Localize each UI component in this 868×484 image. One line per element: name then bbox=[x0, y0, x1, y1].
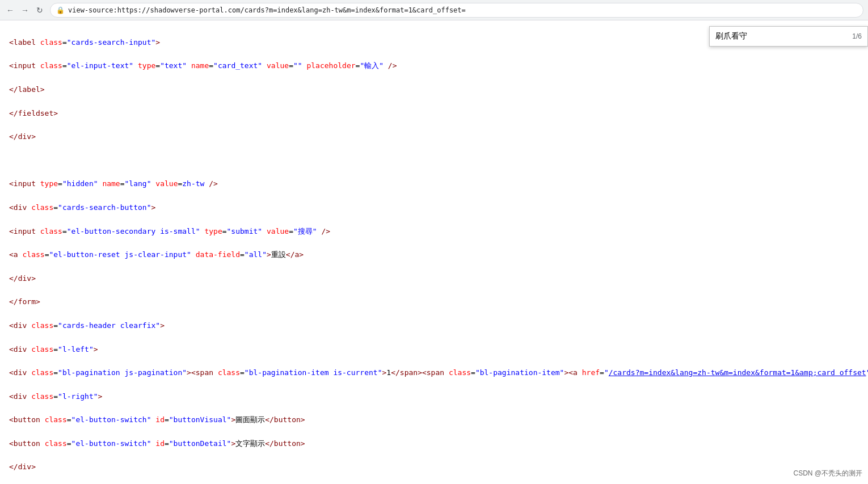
url-text: view-source:https://shadowverse-portal.c… bbox=[68, 6, 466, 14]
source-line-16: <div class="l-right"> bbox=[9, 391, 859, 403]
source-line-10: <a class="el-button-reset js-clear-input… bbox=[9, 249, 859, 261]
browser-chrome: ← → ↻ 🔒 view-source:https://shadowverse-… bbox=[0, 0, 868, 20]
browser-nav-controls: ← → ↻ bbox=[5, 5, 45, 16]
address-bar[interactable]: 🔒 view-source:https://shadowverse-portal… bbox=[50, 3, 863, 18]
source-line-14: <div class="l-left"> bbox=[9, 344, 859, 356]
source-line-7: <input type="hidden" name="lang" value=z… bbox=[9, 178, 859, 190]
source-line-18: <button class="el-button-switch" id="but… bbox=[9, 438, 859, 450]
source-line-15: <div class="bl-pagination js-pagination"… bbox=[9, 367, 859, 379]
source-line-13: <div class="cards-header clearfix"> bbox=[9, 320, 859, 332]
source-line-5: </div> bbox=[9, 131, 859, 143]
reload-button[interactable]: ↻ bbox=[34, 5, 45, 16]
forward-button[interactable]: → bbox=[19, 5, 31, 16]
back-button[interactable]: ← bbox=[5, 5, 16, 16]
source-line-17: <button class="el-button-switch" id="but… bbox=[9, 414, 859, 426]
source-line-12: </form> bbox=[9, 296, 859, 308]
source-line-9: <input class="el-button-secondary is-sma… bbox=[9, 226, 859, 238]
source-line-8: <div class="cards-search-button"> bbox=[9, 202, 859, 214]
source-line-19: </div> bbox=[9, 461, 859, 473]
watermark-text: CSDN @不秃头的测开 bbox=[793, 469, 862, 478]
lock-icon: 🔒 bbox=[56, 6, 65, 14]
find-input[interactable] bbox=[715, 32, 848, 41]
find-bar: 1/6 bbox=[709, 26, 868, 47]
source-view: <label class="cards-search-input"> <inpu… bbox=[0, 20, 868, 484]
source-line-3: </label> bbox=[9, 84, 859, 96]
source-line-6 bbox=[9, 155, 859, 167]
find-count: 1/6 bbox=[852, 32, 862, 40]
source-line-4: </fieldset> bbox=[9, 108, 859, 120]
source-line-11: </div> bbox=[9, 273, 859, 285]
source-line-2: <input class="el-input-text" type="text"… bbox=[9, 60, 859, 72]
